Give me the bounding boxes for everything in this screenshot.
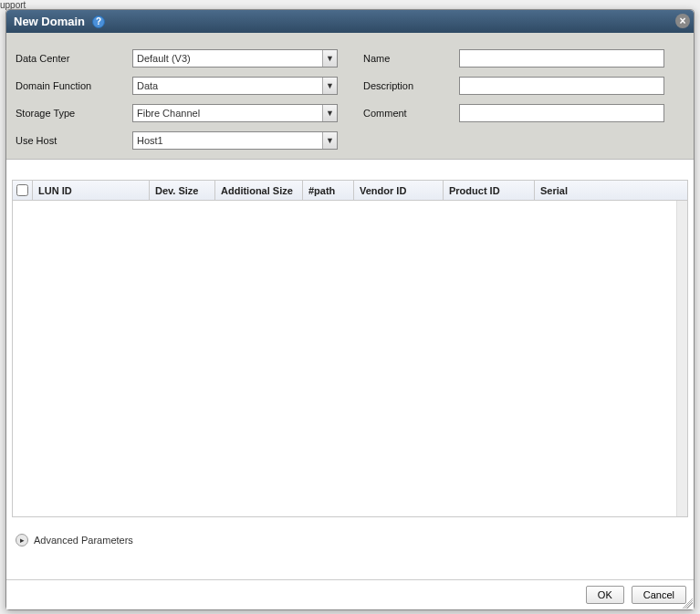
row-comment: Comment bbox=[363, 104, 664, 122]
vertical-scrollbar[interactable] bbox=[676, 201, 687, 516]
column-serial[interactable]: Serial bbox=[535, 181, 687, 200]
new-domain-dialog: New Domain ? × Data Center Default (V3) … bbox=[5, 9, 695, 610]
select-storage-type[interactable]: Fibre Channel ▼ bbox=[132, 104, 338, 122]
row-domain-function: Domain Function Data ▼ bbox=[16, 77, 338, 95]
row-data-center: Data Center Default (V3) ▼ bbox=[16, 49, 338, 68]
select-use-host-value: Host1 bbox=[137, 135, 163, 146]
ok-button[interactable]: OK bbox=[586, 586, 624, 604]
label-domain-function: Domain Function bbox=[16, 80, 132, 91]
select-domain-function-value: Data bbox=[137, 80, 158, 91]
close-icon[interactable]: × bbox=[675, 14, 690, 28]
label-name: Name bbox=[363, 53, 459, 64]
form-area: Data Center Default (V3) ▼ Domain Functi… bbox=[6, 33, 694, 159]
label-storage-type: Storage Type bbox=[16, 108, 132, 119]
form-left-column: Data Center Default (V3) ▼ Domain Functi… bbox=[16, 49, 338, 150]
column-product-id[interactable]: Product ID bbox=[444, 181, 535, 200]
body-area: LUN ID Dev. Size Additional Size #path V… bbox=[6, 159, 694, 579]
column-path[interactable]: #path bbox=[303, 181, 354, 200]
dialog-title: New Domain bbox=[14, 15, 85, 28]
table-body bbox=[13, 201, 687, 516]
row-use-host: Use Host Host1 ▼ bbox=[16, 131, 338, 150]
select-use-host[interactable]: Host1 ▼ bbox=[132, 131, 338, 150]
label-comment: Comment bbox=[363, 108, 459, 119]
row-name: Name bbox=[363, 49, 664, 68]
column-vendor-id[interactable]: Vendor ID bbox=[354, 181, 444, 200]
select-domain-function[interactable]: Data ▼ bbox=[132, 77, 338, 95]
label-data-center: Data Center bbox=[16, 53, 132, 64]
chevron-down-icon: ▼ bbox=[322, 78, 337, 94]
select-data-center[interactable]: Default (V3) ▼ bbox=[132, 49, 338, 68]
chevron-down-icon: ▼ bbox=[322, 132, 337, 149]
row-description: Description bbox=[363, 77, 664, 95]
select-data-center-value: Default (V3) bbox=[137, 53, 191, 64]
expand-icon[interactable]: ▸ bbox=[16, 534, 28, 546]
chevron-down-icon: ▼ bbox=[322, 50, 337, 67]
dialog-titlebar: New Domain ? × bbox=[6, 10, 694, 33]
cancel-button[interactable]: Cancel bbox=[632, 586, 686, 604]
comment-field[interactable] bbox=[459, 104, 664, 122]
help-icon[interactable]: ? bbox=[92, 16, 105, 28]
label-description: Description bbox=[363, 80, 459, 91]
column-additional-size[interactable]: Additional Size bbox=[215, 181, 303, 200]
chevron-down-icon: ▼ bbox=[322, 105, 337, 121]
form-right-column: Name Description Comment bbox=[363, 49, 664, 150]
table-header: LUN ID Dev. Size Additional Size #path V… bbox=[13, 181, 687, 201]
column-checkbox bbox=[13, 181, 33, 200]
select-storage-type-value: Fibre Channel bbox=[137, 108, 200, 119]
lun-table: LUN ID Dev. Size Additional Size #path V… bbox=[12, 180, 688, 517]
select-all-checkbox[interactable] bbox=[16, 184, 28, 196]
column-dev-size[interactable]: Dev. Size bbox=[150, 181, 215, 200]
row-storage-type: Storage Type Fibre Channel ▼ bbox=[16, 104, 338, 122]
label-use-host: Use Host bbox=[16, 135, 132, 146]
dialog-footer: OK Cancel bbox=[6, 579, 694, 609]
column-lun-id[interactable]: LUN ID bbox=[33, 181, 150, 200]
description-field[interactable] bbox=[459, 77, 664, 95]
advanced-parameters-row: ▸ Advanced Parameters bbox=[12, 534, 688, 546]
name-field[interactable] bbox=[459, 49, 664, 68]
resize-grip-icon[interactable] bbox=[682, 598, 693, 609]
advanced-parameters-label[interactable]: Advanced Parameters bbox=[34, 535, 133, 546]
